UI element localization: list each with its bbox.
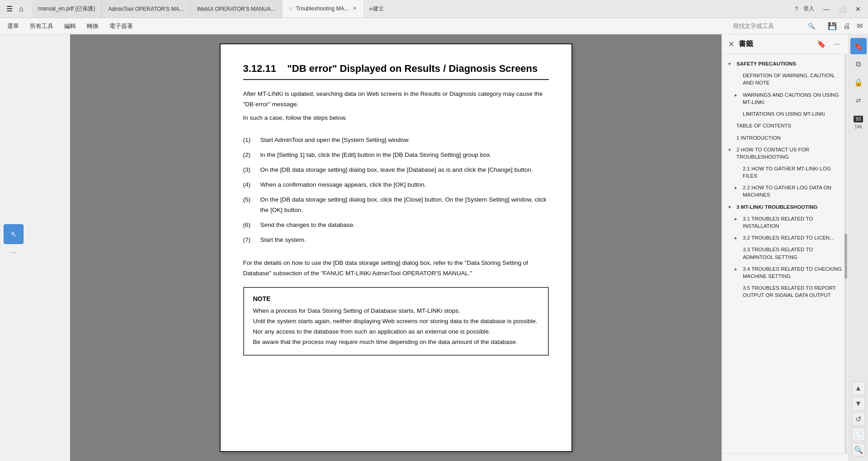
step-2: (2) In the [Setting 1] tab, click the [E… [243, 150, 549, 160]
scroll-up-button[interactable]: ▲ [852, 381, 865, 395]
print-icon[interactable]: 🖨 [843, 22, 850, 30]
tab-close-icon[interactable]: ✕ [352, 5, 358, 12]
top-bar-actions: ? 登入 [795, 5, 814, 13]
tab-manual[interactable]: manual_en.pdf (已保護) [32, 0, 102, 18]
sidebar-bookmark-icon[interactable]: 🔖 [815, 39, 828, 49]
bm-toggle-3-2[interactable]: ▸ [735, 235, 741, 241]
bm-limitations[interactable]: LIMITATIONS ON USING MT-LINKi [722, 108, 848, 120]
close-button[interactable]: ✕ [852, 5, 864, 14]
note-text: When a process for Data Storing Setting … [253, 306, 539, 348]
sidebar-scrollbar-thumb[interactable] [844, 234, 847, 279]
bm-toggle-3-5 [735, 285, 741, 292]
tab-admintool[interactable]: AdminTool OPERATOR'S MA... [102, 0, 190, 18]
bm-intro[interactable]: 1 INTRODUCTION [722, 132, 848, 144]
step-5-num: (5) [243, 195, 257, 216]
copy-panel-button[interactable]: ⧉ [850, 56, 867, 72]
bm-toggle-limitations [735, 111, 741, 118]
cursor-tool-button[interactable]: ↖ [4, 224, 24, 244]
home-icon[interactable]: ⌂ [16, 3, 26, 15]
step-1: (1) Start AdminTool and open the [System… [243, 135, 549, 146]
tab-webui[interactable]: WebUI OPERATOR'S MANUA... [191, 0, 282, 18]
toolbar-esign[interactable]: 電子簽署 [108, 20, 135, 32]
scroll-down-button[interactable]: ▼ [852, 397, 865, 410]
search-input[interactable] [733, 23, 805, 29]
bm-label-limitations: LIMITATIONS ON USING MT-LINKi [743, 110, 825, 118]
more-tools-button[interactable]: ··· [9, 247, 18, 258]
sidebar-close-button[interactable]: ✕ [728, 40, 734, 48]
step-2-num: (2) [243, 150, 257, 160]
fit-page-button[interactable]: 📄 [852, 428, 865, 441]
left-gutter: ↖ ··· [0, 34, 70, 461]
bm-toggle-3-4[interactable]: ▸ [735, 266, 741, 273]
new-tab-button[interactable]: + 建立 [364, 0, 388, 18]
bm-gather-data[interactable]: ▸ 2.2 HOW TO GATHER LOG DATA ON MACHINES [722, 182, 848, 201]
step-1-text: Start AdminTool and open the [System Set… [260, 135, 410, 146]
hamburger-icon[interactable]: ☰ [4, 3, 15, 15]
sidebar-title: 書籤 [739, 39, 811, 49]
section-heading: "DB error" Displayed on Results / Diagno… [287, 63, 538, 74]
save-icon[interactable]: 💾 [828, 22, 837, 30]
bm-3-3[interactable]: 3.3 TROUBLES RELATED TO ADMINTOOL SETTIN… [722, 244, 848, 263]
login-button[interactable]: 登入 [803, 5, 814, 13]
bm-toggle-3-1[interactable]: ▸ [735, 216, 741, 222]
bm-label-gather-log: 2.1 HOW TO GATHER MT-LINKi LOG FILES [743, 165, 842, 179]
bm-label-contact: 2 HOW TO CONTACT US FOR TROUBLESHOOTING [736, 146, 842, 160]
bookmark-icon: 🔖 [854, 42, 863, 51]
step-3-num: (3) [243, 165, 257, 175]
sidebar-more-icon[interactable]: ··· [832, 39, 842, 49]
bm-warnings[interactable]: ▸ WARNINGS AND CAUTIONS ON USING MT-LINK… [722, 89, 848, 108]
search-icon[interactable]: 🔍 [808, 23, 815, 29]
toolbar-convert[interactable]: 轉換 [85, 20, 100, 32]
bookmark-panel-button[interactable]: 🔖 [850, 38, 867, 54]
toolbar-edit[interactable]: 編輯 [62, 20, 78, 32]
toolbar-menu[interactable]: 選單 [5, 20, 21, 32]
cursor-icon: ↖ [11, 230, 17, 239]
help-button[interactable]: ? [795, 6, 798, 12]
bm-toggle-troubleshooting[interactable]: ▾ [728, 204, 735, 211]
tabs-container: manual_en.pdf (已保護) AdminTool OPERATOR'S… [32, 0, 793, 18]
bm-gather-log[interactable]: 2.1 HOW TO GATHER MT-LINKi LOG FILES [722, 163, 848, 182]
zoom-button[interactable]: 🔍 [852, 443, 865, 456]
bm-3-5[interactable]: 3.5 TROUBLES RELATED TO REPORT OUTPUT OR… [722, 282, 848, 301]
translate-icon: ⇄ [856, 97, 861, 104]
pdf-page: 3.12.11 "DB error" Displayed on Results … [220, 43, 572, 452]
bm-3-1[interactable]: ▸ 3.1 TROUBLES RELATED TO INSTALLATION [722, 213, 848, 232]
bm-toggle-gather-data[interactable]: ▸ [735, 184, 741, 191]
menu-area: ☰ ⌂ [4, 3, 26, 15]
section-number: 3.12.11 [243, 63, 276, 74]
bm-how-to-contact[interactable]: ▾ 2 HOW TO CONTACT US FOR TROUBLESHOOTIN… [722, 144, 848, 163]
bookmarks-sidebar: ✕ 書籤 🔖 ··· ▾ SAFETY PRECAUTIONS DEFINITI… [722, 34, 848, 461]
bm-toc[interactable]: TABLE OF CONTENTS [722, 120, 848, 132]
maximize-button[interactable]: ⬜ [835, 5, 850, 14]
lock-panel-button[interactable]: 🔒 [850, 74, 867, 90]
bm-troubleshooting[interactable]: ▾ 3 MT-LINKi TROUBLESHOOTING [722, 201, 848, 213]
search-area: 🔍 [733, 23, 815, 29]
bm-toggle-3-3 [735, 246, 741, 253]
bm-definition[interactable]: DEFINITION OF WARNING, CAUTION, AND NOTE [722, 70, 848, 89]
left-tool-panel: ↖ ··· [4, 224, 24, 258]
bm-toggle-safety[interactable]: ▾ [728, 61, 735, 67]
bm-3-2[interactable]: ▸ 3.2 TROUBLES RELATED TO LICEN... [722, 232, 848, 244]
rotate-button[interactable]: ↺ [852, 412, 865, 426]
translate-panel-button[interactable]: ⇄ [850, 92, 867, 108]
step-4-num: (4) [243, 180, 257, 190]
bm-label-definition: DEFINITION OF WARNING, CAUTION, AND NOTE [743, 72, 842, 86]
tab-troubleshooting[interactable]: ☆ Troubleshooting MA... ✕ [282, 0, 364, 18]
top-bar: ☰ ⌂ manual_en.pdf (已保護) AdminTool OPERAT… [0, 0, 868, 18]
bm-label-warnings: WARNINGS AND CAUTIONS ON USING MT-LINKi [743, 91, 842, 106]
bm-3-4[interactable]: ▸ 3.4 TROUBLES RELATED TO CHECKING MACHI… [722, 263, 848, 282]
bm-toggle-contact[interactable]: ▾ [728, 146, 735, 153]
toolbar-alltools[interactable]: 所有工具 [28, 20, 55, 32]
email-icon[interactable]: ✉ [857, 22, 863, 30]
bm-toggle-gather-log [735, 165, 741, 172]
step-4-text: When a confirmation message appears, cli… [260, 180, 426, 190]
step-7-num: (7) [243, 235, 257, 245]
bm-toggle-warnings[interactable]: ▸ [735, 92, 741, 99]
total-page-badge: 146 [854, 124, 862, 129]
pdf-area: 3.12.11 "DB error" Displayed on Results … [70, 34, 722, 461]
bm-safety-precautions[interactable]: ▾ SAFETY PRECAUTIONS [722, 58, 848, 70]
tab-manual-label: manual_en.pdf (已保護) [38, 5, 95, 13]
minimize-button[interactable]: — [820, 5, 833, 14]
step-3: (3) On the [DB data storage setting] dia… [243, 165, 549, 175]
sidebar-scrollbar-track [844, 54, 847, 453]
